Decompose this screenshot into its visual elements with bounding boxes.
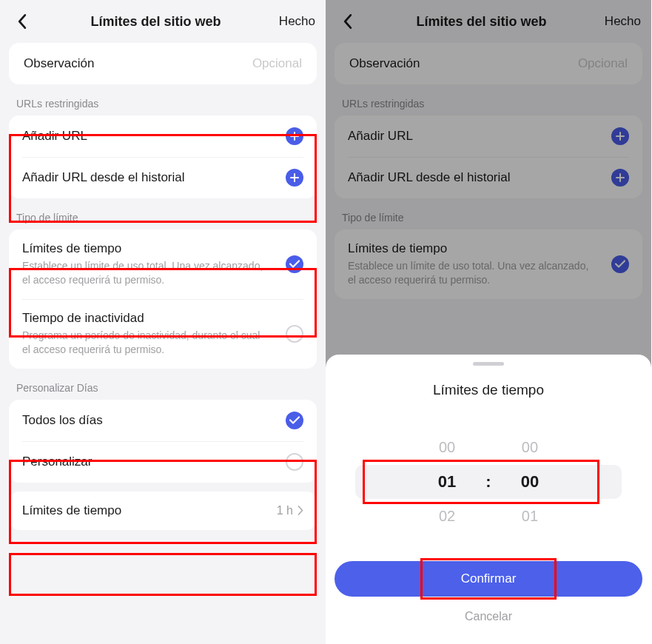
time-picker[interactable]: 00 01 02 : 00 00 01 [326, 419, 651, 545]
header: Límites del sitio web Hecho [0, 0, 326, 43]
days-group: Todos los días Personalizar [9, 400, 317, 483]
time-picker-sheet: Límites de tiempo 00 01 02 : 00 00 01 [326, 355, 651, 644]
check-icon [286, 412, 303, 429]
hours-selected: 01 [438, 472, 456, 492]
sheet-handle[interactable] [473, 362, 504, 366]
days-every-row[interactable]: Todos los días [9, 400, 317, 441]
chevron-right-icon [298, 506, 303, 515]
page-title: Límites del sitio web [90, 14, 221, 30]
back-button[interactable] [10, 10, 33, 33]
limit-type-downtime-row[interactable]: Tiempo de inactividad Programa un períod… [9, 299, 317, 369]
mins-next: 01 [522, 508, 538, 525]
time-separator: : [485, 472, 491, 492]
time-limit-row[interactable]: Límites de tiempo 1 h [9, 492, 317, 530]
limit-time-title: Límites de tiempo [22, 241, 266, 256]
limit-type-group: Límites de tiempo Establece un límite de… [9, 229, 317, 369]
radio-empty-icon [286, 325, 303, 343]
observation-placeholder: Opcional [252, 56, 302, 71]
confirm-button[interactable]: Confirmar [335, 561, 642, 597]
plus-icon [286, 127, 303, 145]
days-every-label: Todos los días [22, 413, 103, 428]
plus-icon [286, 169, 303, 187]
time-limit-label: Límites de tiempo [22, 503, 121, 518]
highlight-box [9, 553, 317, 596]
hours-prev: 00 [439, 439, 455, 456]
observation-field[interactable]: Observación Opcional [9, 43, 317, 84]
time-limit-value-group: Límites de tiempo 1 h [9, 492, 317, 530]
add-url-history-label: Añadir URL desde el historial [22, 170, 185, 185]
time-limit-value: 1 h [277, 504, 303, 517]
urls-group: Añadir URL Añadir URL desde el historial [9, 115, 317, 198]
limit-time-desc: Establece un límite de uso total. Una ve… [22, 259, 266, 287]
section-label-type: Tipo de límite [0, 198, 326, 229]
limit-downtime-desc: Programa un período de inactividad, dura… [22, 329, 266, 357]
done-button[interactable]: Hecho [279, 14, 315, 29]
observation-label: Observación [24, 56, 94, 71]
days-custom-row[interactable]: Personalizar [9, 441, 317, 483]
mins-prev: 00 [522, 439, 538, 456]
minutes-column[interactable]: 00 00 01 [521, 439, 539, 525]
check-icon [286, 255, 303, 273]
add-url-row[interactable]: Añadir URL [9, 115, 317, 157]
days-custom-label: Personalizar [22, 455, 93, 469]
time-limit-value-text: 1 h [277, 504, 293, 517]
mins-selected: 00 [521, 472, 539, 492]
chevron-left-icon [17, 13, 27, 30]
add-url-label: Añadir URL [22, 129, 87, 144]
section-label-days: Personalizar Días [0, 369, 326, 400]
limit-type-time-row[interactable]: Límites de tiempo Establece un límite de… [9, 229, 317, 299]
add-url-history-row[interactable]: Añadir URL desde el historial [9, 157, 317, 198]
sheet-title: Límites de tiempo [326, 382, 651, 398]
radio-empty-icon [286, 453, 303, 471]
section-label-urls: URLs restringidas [0, 84, 326, 115]
cancel-button[interactable]: Cancelar [335, 601, 642, 632]
hours-next: 02 [439, 508, 455, 525]
hours-column[interactable]: 00 01 02 [438, 439, 456, 525]
limit-downtime-title: Tiempo de inactividad [22, 311, 266, 326]
